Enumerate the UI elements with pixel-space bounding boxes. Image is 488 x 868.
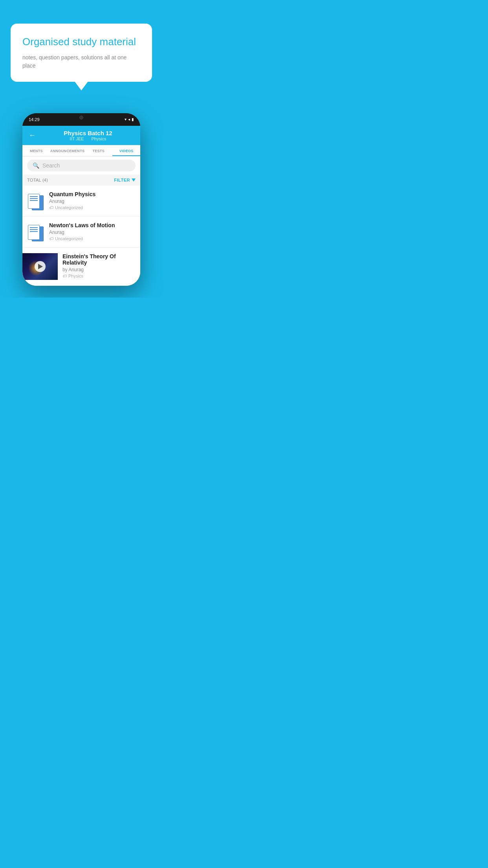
- list-item[interactable]: Quantum Physics Anurag 🏷 Uncategorized: [22, 186, 140, 217]
- signal-icon: ◂: [128, 117, 130, 121]
- tab-ments[interactable]: MENTS: [22, 145, 50, 156]
- tab-announcements[interactable]: ANNOUNCEMENTS: [50, 145, 84, 156]
- tag-icon: 🏷: [49, 205, 53, 210]
- phone-container: 14:29 ▾ ◂ ▮ ← Physics Batch 12 IIT JEE: [0, 90, 163, 286]
- search-input[interactable]: Search: [42, 162, 60, 169]
- filter-icon: [132, 178, 136, 182]
- item-info: Quantum Physics Anurag 🏷 Uncategorized: [49, 191, 136, 210]
- filter-row: TOTAL (4) FILTER: [22, 175, 140, 186]
- list-item[interactable]: Einstein's Theory Of Relativity by Anura…: [22, 248, 140, 286]
- doc-front: [28, 194, 40, 209]
- status-bar: 14:29 ▾ ◂ ▮: [22, 113, 140, 126]
- doc-front: [28, 225, 40, 240]
- front-camera: [79, 116, 83, 120]
- item-icon-container: [27, 191, 44, 211]
- tag-label: Uncategorized: [55, 205, 83, 210]
- speech-bubble: Organised study material notes, question…: [11, 24, 152, 82]
- speech-bubble-heading: Organised study material: [22, 35, 140, 49]
- top-section: Organised study material notes, question…: [0, 0, 163, 90]
- tag-label: Physics: [68, 274, 83, 278]
- item-title: Einstein's Theory Of Relativity: [62, 253, 136, 266]
- phone-notch: [66, 113, 97, 122]
- item-icon-container: [27, 222, 44, 242]
- batch-title: Physics Batch 12: [42, 130, 134, 136]
- app-header: ← Physics Batch 12 IIT JEE Physics: [22, 126, 140, 145]
- tab-bar: MENTS ANNOUNCEMENTS TESTS VIDEOS: [22, 145, 140, 156]
- list-item[interactable]: Newton's Laws of Motion Anurag 🏷 Uncateg…: [22, 217, 140, 248]
- item-tag: 🏷 Physics: [62, 274, 136, 278]
- search-bar[interactable]: 🔍 Search: [27, 160, 136, 171]
- phone-screen: ← Physics Batch 12 IIT JEE Physics MENTS…: [22, 126, 140, 286]
- filter-button[interactable]: FILTER: [114, 178, 136, 182]
- tab-tests[interactable]: TESTS: [84, 145, 112, 156]
- item-author: by Anurag: [62, 267, 136, 272]
- search-bar-container: 🔍 Search: [22, 156, 140, 175]
- document-icon: [28, 191, 44, 210]
- wifi-icon: ▾: [125, 117, 127, 121]
- batch-tag2: Physics: [92, 136, 106, 141]
- tab-videos[interactable]: VIDEOS: [112, 145, 140, 156]
- search-icon: 🔍: [33, 162, 39, 169]
- phone-mockup: 14:29 ▾ ◂ ▮ ← Physics Batch 12 IIT JEE: [22, 113, 140, 286]
- video-list: Quantum Physics Anurag 🏷 Uncategorized: [22, 186, 140, 286]
- play-icon: [38, 264, 43, 269]
- video-thumbnail: [22, 253, 58, 280]
- total-count: TOTAL (4): [27, 178, 48, 182]
- item-title: Newton's Laws of Motion: [49, 222, 136, 228]
- back-button[interactable]: ←: [29, 131, 36, 140]
- battery-icon: ▮: [132, 117, 134, 121]
- item-info: Einstein's Theory Of Relativity by Anura…: [58, 253, 140, 278]
- item-author: Anurag: [49, 199, 136, 204]
- filter-label: FILTER: [114, 178, 130, 182]
- status-icons: ▾ ◂ ▮: [125, 117, 134, 121]
- tag-label: Uncategorized: [55, 236, 83, 241]
- item-title: Quantum Physics: [49, 191, 136, 197]
- play-button[interactable]: [35, 261, 46, 272]
- item-tag: 🏷 Uncategorized: [49, 205, 136, 210]
- item-info: Newton's Laws of Motion Anurag 🏷 Uncateg…: [49, 222, 136, 241]
- speech-bubble-subtext: notes, question papers, solutions all at…: [22, 53, 140, 70]
- tag-icon: 🏷: [62, 274, 67, 278]
- header-title-area: Physics Batch 12 IIT JEE Physics: [42, 130, 134, 141]
- item-author: Anurag: [49, 230, 136, 235]
- bottom-space: [0, 286, 163, 298]
- batch-subtitle: IIT JEE Physics: [42, 136, 134, 141]
- tag-icon: 🏷: [49, 236, 53, 241]
- document-icon: [28, 223, 44, 241]
- status-time: 14:29: [29, 117, 40, 122]
- batch-tag1: IIT JEE: [70, 136, 84, 141]
- item-tag: 🏷 Uncategorized: [49, 236, 136, 241]
